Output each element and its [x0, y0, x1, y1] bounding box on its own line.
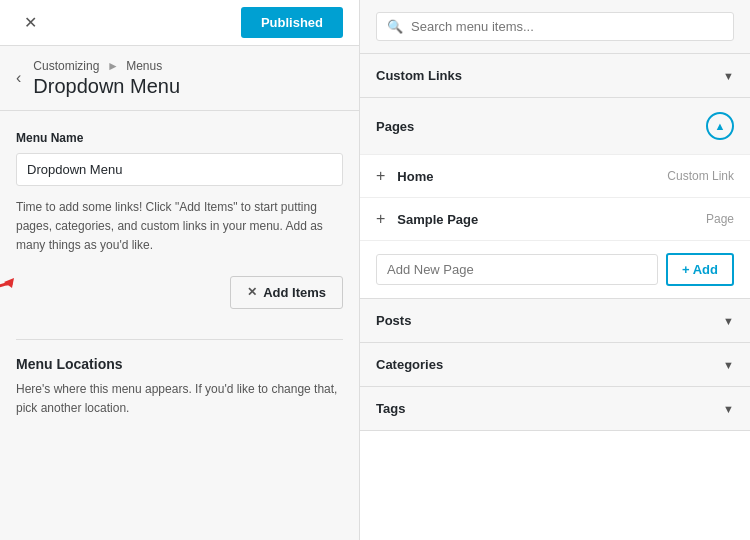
add-items-label: Add Items [263, 285, 326, 300]
svg-marker-0 [4, 278, 14, 288]
menu-locations-text: Here's where this menu appears. If you'd… [16, 380, 343, 418]
back-button[interactable]: ‹ [16, 69, 21, 87]
search-input[interactable] [411, 19, 723, 34]
close-button[interactable]: ✕ [16, 9, 44, 37]
menu-name-input[interactable] [16, 153, 343, 186]
posts-arrow: ▼ [723, 315, 734, 327]
red-arrow-icon [0, 274, 26, 310]
page-title: Dropdown Menu [33, 75, 180, 98]
tags-section: Tags ▼ [360, 387, 750, 431]
categories-title: Categories [376, 357, 443, 372]
tags-header[interactable]: Tags ▼ [360, 387, 750, 430]
published-button[interactable]: Published [241, 7, 343, 38]
pages-header[interactable]: Pages ▲ [360, 98, 750, 154]
custom-links-header[interactable]: Custom Links ▼ [360, 54, 750, 97]
tags-title: Tags [376, 401, 405, 416]
item-type: Page [706, 212, 734, 226]
search-wrapper: 🔍 [376, 12, 734, 41]
custom-links-section: Custom Links ▼ [360, 54, 750, 98]
item-name: Sample Page [397, 212, 706, 227]
left-content: Menu Name Time to add some links! Click … [0, 111, 359, 540]
categories-section: Categories ▼ [360, 343, 750, 387]
breadcrumb: Customizing ► Menus [33, 58, 180, 73]
pages-body: + Home Custom Link + Sample Page Page + … [360, 154, 750, 298]
new-page-input[interactable] [376, 254, 658, 285]
list-item[interactable]: + Home Custom Link [360, 154, 750, 197]
list-item[interactable]: + Sample Page Page [360, 197, 750, 240]
right-panel: 🔍 Custom Links ▼ Pages ▲ + Home Custom [360, 0, 750, 540]
add-items-button[interactable]: ✕ Add Items [230, 276, 343, 309]
breadcrumb-container: Customizing ► Menus Dropdown Menu [33, 58, 180, 98]
add-button[interactable]: + Add [666, 253, 734, 286]
posts-header[interactable]: Posts ▼ [360, 299, 750, 342]
pages-section: Pages ▲ + Home Custom Link + Sample Page… [360, 98, 750, 299]
breadcrumb-separator: ► [107, 59, 122, 73]
item-name: Home [397, 169, 667, 184]
breadcrumb-parent: Customizing [33, 59, 99, 73]
plus-icon: + [376, 210, 385, 228]
categories-header[interactable]: Categories ▼ [360, 343, 750, 386]
tags-arrow: ▼ [723, 403, 734, 415]
menu-name-label: Menu Name [16, 131, 343, 145]
search-bar: 🔍 [360, 0, 750, 54]
top-bar: ✕ Published [0, 0, 359, 46]
menu-locations-title: Menu Locations [16, 356, 343, 372]
section-divider [16, 339, 343, 340]
pages-title: Pages [376, 119, 414, 134]
x-icon: ✕ [247, 285, 257, 299]
categories-arrow: ▼ [723, 359, 734, 371]
posts-section: Posts ▼ [360, 299, 750, 343]
add-new-page-section: + Add [360, 240, 750, 298]
item-type: Custom Link [667, 169, 734, 183]
add-items-section: ✕ Add Items [16, 276, 343, 309]
search-icon: 🔍 [387, 19, 403, 34]
custom-links-arrow: ▼ [723, 70, 734, 82]
left-panel: ✕ Published ‹ Customizing ► Menus Dropdo… [0, 0, 360, 540]
right-content: Custom Links ▼ Pages ▲ + Home Custom Lin… [360, 54, 750, 540]
plus-icon: + [376, 167, 385, 185]
custom-links-title: Custom Links [376, 68, 462, 83]
posts-title: Posts [376, 313, 411, 328]
helper-text: Time to add some links! Click "Add Items… [16, 198, 343, 256]
pages-collapse-button[interactable]: ▲ [706, 112, 734, 140]
breadcrumb-child: Menus [126, 59, 162, 73]
nav-bar: ‹ Customizing ► Menus Dropdown Menu [0, 46, 359, 111]
